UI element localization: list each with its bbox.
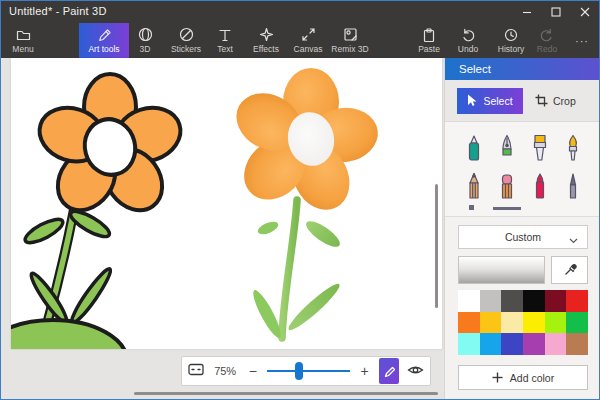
crayon-button[interactable] (528, 170, 552, 200)
fit-to-window-icon[interactable] (188, 362, 204, 380)
brush-pager-dot (469, 205, 474, 210)
palette-swatch[interactable] (458, 290, 480, 312)
color-palette (458, 290, 588, 355)
canvas-vertical-scrollbar[interactable] (435, 184, 438, 308)
crayon-icon (529, 172, 551, 200)
plus-icon (492, 372, 503, 383)
crop-mode-button[interactable]: Crop (525, 94, 586, 107)
palette-swatch[interactable] (523, 290, 545, 312)
text-icon (218, 28, 232, 42)
zoom-slider-thumb[interactable] (295, 362, 303, 380)
tab-remix-3d[interactable]: Remix 3D (326, 23, 374, 58)
marker-icon (463, 134, 485, 162)
maximize-button[interactable] (541, 1, 570, 23)
eraser-button[interactable] (495, 170, 519, 200)
select-mode-button[interactable]: Select (457, 88, 523, 114)
menu-button[interactable]: Menu (3, 23, 43, 58)
clipboard-icon (422, 28, 436, 42)
tab-text[interactable]: Text (207, 23, 243, 58)
oil-brush-icon (562, 134, 584, 162)
flower-2d (11, 74, 187, 349)
zoom-in-button[interactable]: + (358, 363, 371, 379)
paint-brush-button[interactable] (528, 132, 552, 162)
selection-mode-row: Select Crop (445, 80, 600, 122)
pencil-brush-button[interactable] (462, 170, 486, 200)
brush-icon (97, 28, 112, 42)
palette-swatch[interactable] (523, 333, 545, 355)
eraser-icon (496, 172, 518, 200)
zoom-level-value: 75% (212, 365, 238, 377)
zoom-slider-track[interactable] (267, 370, 350, 372)
history-clock-icon (504, 28, 518, 42)
tab-3d[interactable]: 3D (127, 23, 163, 58)
color-type-dropdown[interactable]: Custom (458, 225, 588, 249)
brush-pager[interactable] (457, 202, 589, 214)
palette-swatch[interactable] (480, 312, 502, 334)
palette-swatch[interactable] (566, 290, 588, 312)
palette-swatch[interactable] (458, 312, 480, 334)
palette-swatch[interactable] (545, 312, 567, 334)
palette-swatch[interactable] (523, 312, 545, 334)
palette-swatch[interactable] (566, 312, 588, 334)
paste-button[interactable]: Paste (409, 23, 449, 58)
palette-swatch[interactable] (501, 290, 523, 312)
eye-icon (407, 364, 424, 376)
paint3d-window: Untitled* - Paint 3D Menu Art tools (0, 0, 600, 400)
maximize-icon (551, 7, 561, 17)
view-mode-button[interactable] (407, 362, 424, 380)
undo-button[interactable]: Undo (450, 23, 486, 58)
calligraphy-pen-button[interactable] (495, 132, 519, 162)
zoom-out-button[interactable]: − (246, 363, 259, 379)
oil-brush-button[interactable] (561, 132, 585, 162)
sphere-3d-icon (138, 28, 153, 42)
palette-swatch[interactable] (458, 333, 480, 355)
art-tools-tab[interactable]: Art tools (79, 23, 129, 58)
drawing-canvas[interactable] (11, 58, 442, 349)
history-button[interactable]: History (490, 23, 532, 58)
cursor-arrow-icon (467, 94, 477, 107)
brush-grid (457, 132, 589, 200)
workspace: 75% − + (1, 58, 444, 400)
eyedropper-icon (563, 263, 577, 277)
pixel-pen-icon (562, 172, 584, 200)
close-icon (580, 7, 590, 17)
minimize-button[interactable] (512, 1, 541, 23)
palette-swatch[interactable] (501, 312, 523, 334)
pixel-pen-button[interactable] (561, 170, 585, 200)
edit-mode-button[interactable] (379, 358, 399, 384)
zoom-toolbar: 75% − + (181, 356, 431, 386)
palette-swatch[interactable] (480, 290, 502, 312)
redo-icon (540, 28, 554, 42)
flower-3d (226, 68, 381, 341)
sticker-icon (179, 28, 194, 42)
minimize-icon (522, 7, 532, 17)
marker-brush-button[interactable] (462, 132, 486, 162)
ellipsis-icon: ··· (575, 35, 589, 47)
undo-icon (461, 28, 475, 42)
palette-swatch[interactable] (545, 290, 567, 312)
current-color-preview[interactable] (458, 256, 545, 284)
palette-swatch[interactable] (545, 333, 567, 355)
canvas-horizontal-scrollbar[interactable] (134, 392, 438, 395)
canvas-artwork (11, 58, 442, 349)
palette-swatch[interactable] (501, 333, 523, 355)
tab-stickers[interactable]: Stickers (164, 23, 208, 58)
close-button[interactable] (570, 1, 599, 23)
palette-swatch[interactable] (480, 333, 502, 355)
eyedropper-button[interactable] (551, 256, 588, 284)
redo-button[interactable]: Redo (529, 23, 565, 58)
current-color-row (458, 256, 588, 284)
tab-canvas[interactable]: Canvas (287, 23, 329, 58)
crop-icon (535, 94, 548, 107)
tab-effects[interactable]: Effects (245, 23, 287, 58)
palette-swatch[interactable] (566, 333, 588, 355)
color-section: Custom Add color (445, 217, 600, 390)
pencil-brush-icon (463, 172, 485, 200)
add-color-button[interactable]: Add color (458, 365, 588, 390)
color-type-value: Custom (505, 231, 541, 243)
zoom-slider[interactable] (267, 362, 350, 380)
pencil-icon (383, 365, 395, 377)
panel-header: Select (445, 58, 600, 80)
more-options-button[interactable]: ··· (567, 23, 597, 58)
calligraphy-pen-icon (496, 134, 518, 162)
